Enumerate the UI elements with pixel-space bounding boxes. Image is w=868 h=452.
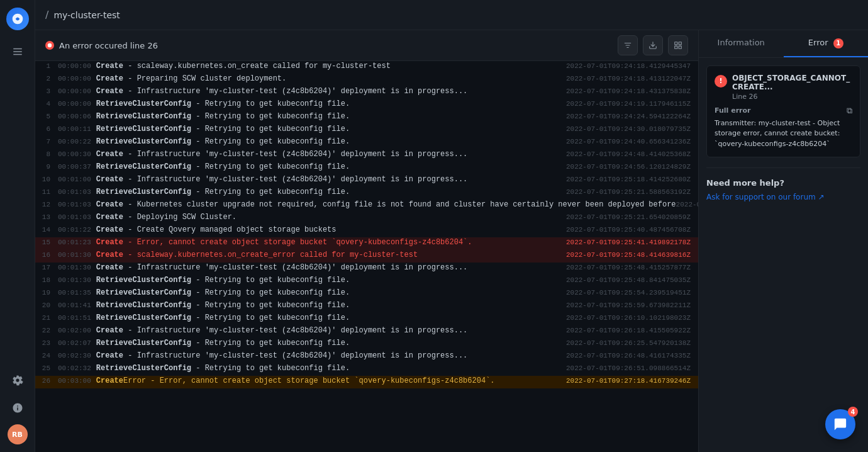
log-lines-container[interactable]: 100:00:00Create - scaleway.kubernetes.on… [35,61,698,452]
line-time: 00:01:00 [58,176,96,183]
full-error-label: Full error [715,106,750,115]
line-number: 9 [35,163,58,171]
error-card-title: OBJECT_STORAGE_CANNOT_CREATE... [732,74,852,91]
line-timestamp: 2022-07-01T09:25:48.841475035Z [566,276,698,284]
line-number: 19 [35,289,58,297]
log-line: 1200:01:03Create - Kubernetes cluster up… [35,200,698,212]
log-line: 1500:01:23Create - Error, cannot create … [35,237,698,250]
line-content: RetrieveClusterConfig - Retrying to get … [96,112,566,121]
line-content: RetrieveClusterConfig - Retrying to get … [96,99,566,108]
line-number: 23 [35,339,58,347]
chat-button[interactable]: 4 [825,409,855,439]
log-line: 300:00:00Create - Infrastructure 'my-clu… [35,86,698,99]
line-content: Create - Infrastructure 'my-cluster-test… [96,351,566,360]
line-time: 00:00:37 [58,163,96,171]
line-time: 00:00:00 [58,62,96,70]
line-number: 18 [35,276,58,284]
log-line: 2300:02:07RetrieveClusterConfig - Retryi… [35,338,698,351]
error-card-line: Line 26 [732,93,852,101]
line-timestamp: 2022-07-01T09:24:18.4129445347 [566,62,698,70]
log-line: 1900:01:35RetrieveClusterConfig - Retryi… [35,288,698,300]
line-time: 00:01:03 [58,213,96,221]
log-line: 2600:03:00CreateError - Error, cannot cr… [35,376,698,388]
line-time: 00:01:30 [58,251,96,259]
error-card-header: ! OBJECT_STORAGE_CANNOT_CREATE... Line 2… [715,74,852,101]
app-logo[interactable] [6,8,29,30]
log-line: 800:00:30Create - Infrastructure 'my-clu… [35,149,698,162]
line-timestamp: 2022-07-01T09:25:54.239519451Z [566,289,698,297]
download-button[interactable] [643,35,663,55]
line-number: 13 [35,213,58,221]
line-number: 20 [35,302,58,309]
line-content: Create - Infrastructure 'my-cluster-test… [96,326,566,335]
line-timestamp: 2022-07-01T09:24:40.656341236Z [566,138,698,145]
line-time: 00:00:11 [58,125,96,133]
right-panel-content: ! OBJECT_STORAGE_CANNOT_CREATE... Line 2… [699,58,868,453]
svg-rect-12 [675,46,677,48]
line-number: 1 [35,62,58,70]
line-timestamp: 2022-07-01T09:26:18.415505922Z [566,327,698,334]
line-time: 00:03:00 [58,377,96,385]
line-content: CreateError - Error, cannot create objec… [96,376,566,385]
line-content: Create - Deploying SCW Cluster. [96,213,566,222]
line-content: RetrieveClusterConfig - Retrying to get … [96,339,566,347]
tab-error[interactable]: Error 1 [784,30,869,57]
line-timestamp: 2022-07-01T09:25:21.588563192Z [566,188,698,196]
line-timestamp: 2022-07-01T09:25:40.487456708Z [566,226,698,234]
line-content: Create - Kubernetes cluster upgrade not … [96,200,676,209]
content-area: An error occured line 26 [35,30,868,452]
right-panel-tabs: Information Error 1 [699,30,868,58]
need-help-title: Need more help? [706,178,860,188]
line-timestamp: 2022-07-01T09:25:41.419892178Z [566,239,698,246]
line-content: Create - Infrastructure 'my-cluster-test… [96,175,566,184]
line-number: 17 [35,264,58,271]
user-avatar[interactable]: RB [8,424,28,444]
line-timestamp: 2022-07-01T09:24:30.018079735Z [566,125,698,133]
filter-button[interactable] [618,35,638,55]
line-timestamp: 2022-07-01T09:24:18.413122047Z [566,75,698,82]
line-timestamp: 2022-07-01T09:26:25.547920138Z [566,339,698,347]
forum-link[interactable]: Ask for support on our forum ↗ [706,193,860,201]
page-header: / my-cluster-test [35,0,868,30]
tab-information[interactable]: Information [699,30,784,57]
sidebar-menu-icon[interactable] [6,40,29,63]
error-message: An error occured line 26 [59,41,158,50]
line-number: 22 [35,327,58,334]
breadcrumb-slash: / [45,9,48,21]
log-panel: An error occured line 26 [35,30,698,452]
line-timestamp: 2022-07-01T09:24:19.117946115Z [566,100,698,108]
sidebar-settings-icon[interactable] [6,369,29,392]
line-number: 8 [35,150,58,158]
line-content: RetrieveClusterConfig - Retrying to get … [96,188,566,196]
line-content: RetrieveClusterConfig - Retrying to get … [96,288,566,297]
line-number: 15 [35,239,58,246]
line-timestamp: 2022-07-01T09:26:10.102198023Z [566,314,698,322]
line-time: 00:02:32 [58,364,96,372]
line-number: 2 [35,75,58,82]
line-content: Create - Infrastructure 'my-cluster-test… [96,263,566,272]
log-line: 700:00:22RetrieveClusterConfig - Retryin… [35,137,698,149]
log-line: 1400:01:22Create - Create Qovery managed… [35,225,698,237]
line-content: Create - scaleway.kubernetes.on_create c… [96,62,566,71]
need-help-section: Need more help? Ask for support on our f… [706,167,860,201]
line-time: 00:01:30 [58,264,96,271]
log-line: 500:00:06RetrieveClusterConfig - Retryin… [35,111,698,124]
log-line: 1300:01:03Create - Deploying SCW Cluster… [35,212,698,225]
line-timestamp: 2022-07-01T09:25:18.414252680Z [566,176,698,183]
line-timestamp: 2022-07-01T09:26:51.098866514Z [566,364,698,372]
sidebar-info-icon[interactable] [6,397,29,419]
full-error-text: Transmitter: my-cluster-test - Object st… [715,118,852,150]
error-card-icon: ! [715,75,727,88]
log-line: 200:00:00Create - Preparing SCW cluster … [35,74,698,86]
line-timestamp: 2022-07-01T09:24:56.120124829Z [566,163,698,171]
line-time: 00:02:07 [58,339,96,347]
line-number: 26 [35,377,58,385]
log-line: 100:00:00Create - scaleway.kubernetes.on… [35,61,698,74]
svg-rect-9 [675,42,677,45]
line-number: 16 [35,251,58,259]
line-number: 5 [35,113,58,120]
copy-icon[interactable]: ⧉ [847,106,852,116]
expand-button[interactable] [668,35,688,55]
line-timestamp: 2022-07-01T09:25:21.654020859Z [566,213,698,221]
error-indicator [45,41,54,50]
